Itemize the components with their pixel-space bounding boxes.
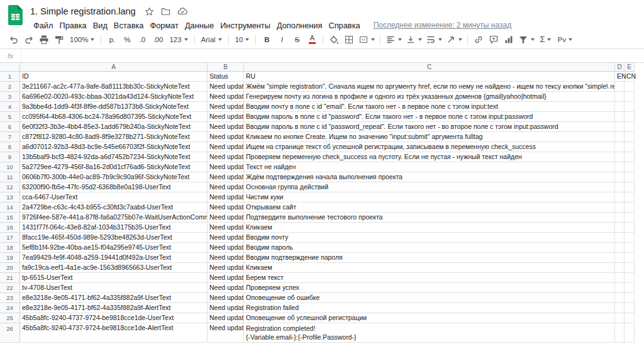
cell-C2[interactable]: Жмём "simple registration". Сначала ищем…: [244, 82, 615, 92]
cell-C25[interactable]: Оповещение об успешной регистрации: [244, 313, 615, 323]
insert-chart-button[interactable]: [501, 32, 516, 47]
cell-A25[interactable]: 45b5a8fc-9240-4737-9724-be9818cce1de-Use…: [20, 313, 208, 323]
cell-B20[interactable]: Need update: [208, 263, 244, 273]
cell-E24[interactable]: [625, 303, 635, 313]
cell-C24[interactable]: Registration failed: [244, 303, 615, 313]
row-header-9[interactable]: 9: [0, 152, 20, 162]
cell-A7[interactable]: c872f812-9280-4c80-8ad9-8f9e3278b271-Sti…: [20, 132, 208, 142]
cell-E15[interactable]: [625, 213, 635, 223]
cell-B10[interactable]: Need update: [208, 162, 244, 172]
cell-E17[interactable]: [625, 233, 635, 243]
cell-D25[interactable]: [615, 313, 625, 323]
cell-C12[interactable]: Основная группа действий: [244, 182, 615, 192]
cell-D18[interactable]: [615, 243, 625, 253]
menu-addons[interactable]: Дополнения: [274, 21, 326, 30]
column-header-A[interactable]: A: [20, 63, 208, 72]
column-header-D[interactable]: D: [615, 63, 625, 72]
cell-D6[interactable]: [615, 122, 625, 132]
cell-B19[interactable]: Need update: [208, 253, 244, 263]
cell-C8[interactable]: Ищем на странице текст об успешной регис…: [244, 142, 615, 152]
menu-edit[interactable]: Правка: [56, 21, 89, 30]
cell-D3[interactable]: [615, 92, 625, 102]
cell-A23[interactable]: e8e3218e-9e05-4171-bf62-4a335f882a9f-Use…: [20, 293, 208, 303]
cell-A15[interactable]: 9726f4ee-587e-441a-87f8-fa6a0275b07e-Wai…: [20, 213, 208, 223]
undo-button[interactable]: [6, 32, 21, 47]
cell-D14[interactable]: [615, 203, 625, 213]
text-rotation-button[interactable]: [444, 32, 464, 47]
document-status-button[interactable]: [176, 5, 189, 18]
font-size-select[interactable]: 10: [232, 32, 253, 47]
cell-D5[interactable]: [615, 112, 625, 122]
cell-E26[interactable]: [625, 323, 635, 343]
cell-B13[interactable]: Need update: [208, 192, 244, 203]
cell-E22[interactable]: [625, 283, 635, 293]
format-percent-button[interactable]: %: [119, 32, 135, 47]
horizontal-align-button[interactable]: [384, 32, 404, 47]
cell-C9[interactable]: Проверяем переменную check_success на пу…: [244, 152, 615, 162]
cell-E14[interactable]: [625, 203, 635, 213]
cell-E23[interactable]: [625, 293, 635, 303]
cell-D4[interactable]: [615, 102, 625, 112]
column-header-B[interactable]: B: [208, 63, 244, 72]
cell-C18[interactable]: Вводим пароль: [244, 243, 615, 253]
cell-D9[interactable]: [615, 152, 625, 162]
row-header-7[interactable]: 7: [0, 132, 20, 142]
cell-C15[interactable]: Подтвердите выполнение тестового проекта: [244, 213, 615, 223]
cell-E5[interactable]: [625, 112, 635, 122]
paint-format-button[interactable]: [52, 32, 67, 47]
borders-button[interactable]: [341, 32, 357, 47]
cell-D12[interactable]: [615, 182, 625, 192]
cell-D24[interactable]: [615, 303, 625, 313]
cell-D15[interactable]: [615, 213, 625, 223]
menu-view[interactable]: Вид: [90, 21, 111, 30]
cell-B21[interactable]: Need update: [208, 273, 244, 283]
cell-B16[interactable]: Need update: [208, 223, 244, 233]
fill-color-button[interactable]: [326, 32, 341, 47]
cell-D23[interactable]: [615, 293, 625, 303]
row-header-8[interactable]: 8: [0, 142, 20, 152]
cell-A16[interactable]: 1431f77f-064c-43e8-82af-1034b3175b35-Use…: [20, 223, 208, 233]
row-header-26[interactable]: 26: [0, 323, 20, 343]
row-header-11[interactable]: 11: [0, 172, 20, 182]
cell-B3[interactable]: Need update: [208, 92, 244, 102]
row-header-6[interactable]: 6: [0, 122, 20, 132]
row-header-17[interactable]: 17: [0, 233, 20, 243]
menu-help[interactable]: Справка: [325, 21, 363, 30]
cell-A2[interactable]: 3e211667-ac2c-477a-9afe-8a81113bb30c-Sti…: [20, 82, 208, 92]
row-header-16[interactable]: 16: [0, 223, 20, 233]
row-header-4[interactable]: 4: [0, 102, 20, 112]
cell-B2[interactable]: Need update: [208, 82, 244, 92]
cell-A3[interactable]: 6a696e02-0020-493c-bbaa-3021da43d124-Sti…: [20, 92, 208, 102]
row-header-1[interactable]: 1: [0, 72, 20, 82]
column-header-E[interactable]: E: [625, 63, 635, 72]
font-select[interactable]: Arial: [198, 32, 225, 47]
cell-A1[interactable]: ID: [20, 72, 208, 82]
merge-cells-button[interactable]: [357, 32, 377, 47]
last-edit-link[interactable]: Последнее изменение: 2 минуты назад: [374, 21, 512, 30]
cell-C26[interactable]: Registration completed! {-Variable.email…: [244, 323, 615, 343]
cell-C11[interactable]: Ждём подтверждения начала выполнения про…: [244, 172, 615, 182]
cell-E6[interactable]: [625, 122, 635, 132]
cell-A12[interactable]: 63200f90-fb5e-47fc-95d2-6368b8e0a198-Use…: [20, 182, 208, 192]
cell-E20[interactable]: [625, 263, 635, 273]
cell-E25[interactable]: [625, 313, 635, 323]
cell-C16[interactable]: Кликаем: [244, 223, 615, 233]
cell-C23[interactable]: Оповещение об ошибке: [244, 293, 615, 303]
cell-D8[interactable]: [615, 142, 625, 152]
row-header-20[interactable]: 20: [0, 263, 20, 273]
redo-button[interactable]: [21, 32, 36, 47]
menu-insert[interactable]: Вставка: [111, 21, 147, 30]
row-header-2[interactable]: 2: [0, 82, 20, 92]
row-header-5[interactable]: 5: [0, 112, 20, 122]
sheets-logo[interactable]: [8, 5, 24, 30]
cell-B12[interactable]: Need update: [208, 182, 244, 192]
row-header-24[interactable]: 24: [0, 303, 20, 313]
cell-E19[interactable]: [625, 253, 635, 263]
cell-B25[interactable]: Need update: [208, 313, 244, 323]
cell-A14[interactable]: 2a4729be-c63c-4c43-b955-c30fd3c7aabd-Use…: [20, 203, 208, 213]
row-header-18[interactable]: 18: [0, 243, 20, 253]
functions-button[interactable]: Σ: [536, 32, 554, 47]
cell-A18[interactable]: 5ef8b1f4-92be-40ba-ae15-f04a295e9745-Use…: [20, 243, 208, 253]
cell-D11[interactable]: [615, 172, 625, 182]
cell-E4[interactable]: [625, 102, 635, 112]
